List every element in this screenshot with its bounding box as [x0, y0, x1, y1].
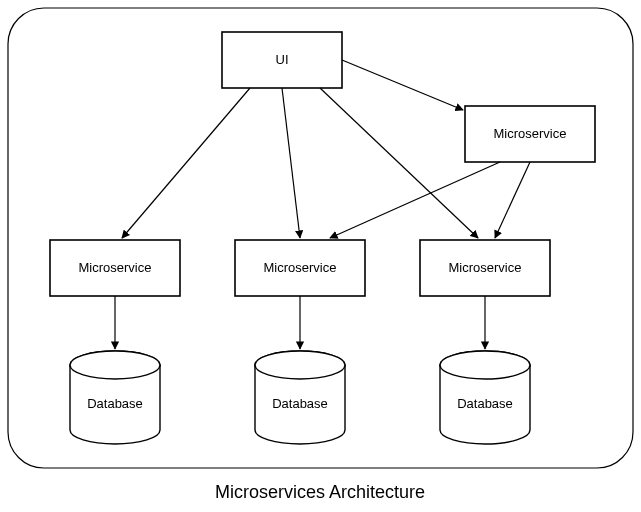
diagram-canvas: UI Microservice Microservice Microservic…	[0, 0, 641, 512]
node-db2-label: Database	[272, 396, 328, 411]
node-db1: Database	[70, 351, 160, 444]
diagram-title: Microservices Architecture	[215, 482, 425, 502]
edge-ui-ms2	[282, 88, 300, 238]
node-ms3-label: Microservice	[449, 260, 522, 275]
edge-msright-ms2	[330, 162, 500, 238]
node-ms1: Microservice	[50, 240, 180, 296]
svg-point-6	[70, 351, 160, 379]
node-ms2: Microservice	[235, 240, 365, 296]
node-db3-label: Database	[457, 396, 513, 411]
svg-point-8	[255, 351, 345, 379]
node-ms-right: Microservice	[465, 106, 595, 162]
svg-point-10	[440, 351, 530, 379]
edge-msright-ms3	[495, 162, 530, 238]
node-db1-label: Database	[87, 396, 143, 411]
edge-ui-ms1	[122, 88, 250, 238]
node-ms-right-label: Microservice	[494, 126, 567, 141]
node-ms1-label: Microservice	[79, 260, 152, 275]
node-db2: Database	[255, 351, 345, 444]
node-ui-label: UI	[276, 52, 289, 67]
edge-ui-msright	[342, 60, 463, 110]
node-db3: Database	[440, 351, 530, 444]
node-ms3: Microservice	[420, 240, 550, 296]
node-ms2-label: Microservice	[264, 260, 337, 275]
edge-ui-ms3	[320, 88, 478, 238]
node-ui: UI	[222, 32, 342, 88]
